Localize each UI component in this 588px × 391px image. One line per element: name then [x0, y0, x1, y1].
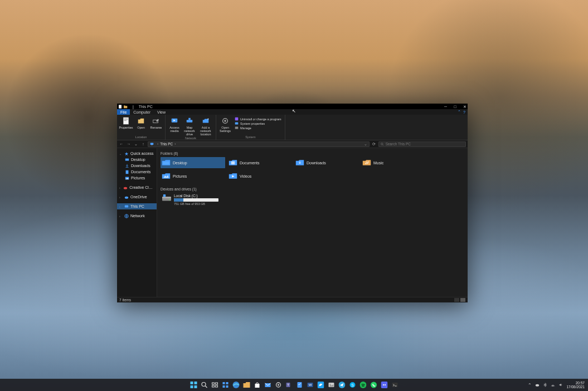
taskbar-discord[interactable]: [380, 380, 388, 389]
taskbar-mail[interactable]: [263, 380, 272, 389]
view-tiles-button[interactable]: [460, 298, 465, 302]
sidebar-creativecloud[interactable]: › Creative Cloud Files: [117, 184, 157, 190]
folder-downloads[interactable]: Downloads: [294, 157, 359, 168]
content-pane[interactable]: Folders (6) Desktop Documents Downloads …: [157, 148, 468, 297]
minimize-button[interactable]: ─: [444, 105, 448, 109]
address-bar[interactable]: › This PC › ⌄: [148, 141, 370, 147]
tray-bluetooth-icon[interactable]: [543, 383, 547, 387]
taskbar-spotify[interactable]: [358, 380, 367, 389]
taskbar-word[interactable]: W: [305, 380, 314, 389]
ribbon-map-drive[interactable]: Map network drive: [183, 116, 196, 136]
drives-section-header[interactable]: Devices and drives (1): [161, 186, 464, 193]
nav-recent-dropdown[interactable]: ⌄: [133, 141, 139, 147]
svg-text:S: S: [351, 383, 354, 387]
folder-pictures[interactable]: Pictures: [161, 170, 225, 182]
ribbon-properties[interactable]: Properties: [119, 116, 133, 135]
address-dropdown-icon[interactable]: ⌄: [364, 142, 367, 146]
tab-file[interactable]: File: [117, 109, 130, 115]
ribbon-add-location[interactable]: + Add a network location: [198, 116, 213, 136]
ribbon-open[interactable]: Open: [134, 116, 148, 135]
folder-desktop[interactable]: Desktop: [161, 157, 225, 168]
taskbar-explorer[interactable]: [242, 380, 251, 389]
nav-back-button[interactable]: ←: [119, 141, 124, 147]
taskbar-skype[interactable]: S: [348, 380, 357, 389]
nav-forward-button[interactable]: →: [126, 141, 132, 147]
sidebar-item-desktop[interactable]: Desktop: [117, 157, 157, 163]
separator: |: [133, 105, 134, 109]
tab-computer[interactable]: Computer: [130, 109, 154, 115]
search-box[interactable]: [378, 141, 466, 147]
tray-onedrive-icon[interactable]: [535, 383, 540, 387]
tray-overflow-icon[interactable]: ⌃: [528, 383, 532, 388]
ribbon-open-settings[interactable]: Open Settings: [218, 116, 232, 135]
taskbar-telegram[interactable]: [337, 380, 346, 389]
ribbon-sysprops[interactable]: System properties: [235, 121, 281, 125]
mapdrive-icon: [186, 117, 193, 125]
tab-view[interactable]: View: [154, 109, 169, 115]
view-details-button[interactable]: [454, 298, 459, 302]
qat-file-icon[interactable]: [118, 105, 122, 109]
search-input[interactable]: [386, 142, 464, 146]
taskbar-photos[interactable]: [327, 380, 336, 389]
taskbar-todo[interactable]: [295, 380, 304, 389]
taskbar-start[interactable]: [189, 380, 198, 389]
videos-folder-icon: [229, 172, 237, 180]
ribbon-group-network: Access media Map network drive + Add a n…: [166, 115, 216, 140]
sidebar-network[interactable]: › Network: [117, 213, 157, 219]
taskbar-edge[interactable]: [231, 380, 240, 389]
svg-rect-38: [162, 197, 171, 198]
ribbon-rename[interactable]: Rename: [149, 116, 163, 135]
help-icon[interactable]: ?: [463, 110, 465, 114]
refresh-button[interactable]: ⟳: [371, 141, 377, 147]
sidebar-item-documents[interactable]: Documents: [117, 169, 157, 175]
breadcrumb-thispc[interactable]: This PC: [160, 142, 173, 146]
svg-rect-11: [188, 118, 191, 120]
taskbar-widgets[interactable]: [221, 380, 230, 389]
svg-rect-18: [150, 143, 154, 145]
address-bar-row: ← → ⌄ ↑ › This PC › ⌄ ⟳: [117, 140, 468, 148]
svg-rect-32: [231, 162, 235, 165]
taskbar-search[interactable]: [200, 380, 208, 389]
taskbar-terminal[interactable]: [390, 380, 399, 389]
taskbar-settings[interactable]: [274, 380, 283, 389]
svg-rect-10: [187, 120, 193, 122]
drive-local-c[interactable]: Local Disk (C:) 751 GB free of 953 GB: [161, 193, 225, 207]
collapse-ribbon-icon[interactable]: ⌃: [458, 110, 461, 114]
taskbar: T W S ⌃ 20:57 17/08/2021: [0, 379, 588, 391]
taskbar-clock[interactable]: 20:57 17/08/2021: [566, 381, 585, 389]
star-icon: [124, 151, 129, 156]
qat-folder-icon[interactable]: [124, 105, 128, 109]
sidebar-thispc[interactable]: › This PC: [117, 203, 157, 209]
sidebar-onedrive[interactable]: › OneDrive: [117, 194, 157, 200]
folder-documents[interactable]: Documents: [227, 157, 292, 168]
ribbon-manage[interactable]: Manage: [235, 126, 281, 130]
taskbar-teams[interactable]: T: [284, 380, 293, 389]
ribbon-uninstall[interactable]: Uninstall or change a program: [235, 117, 281, 121]
taskbar-apps: T W S: [189, 380, 399, 389]
svg-rect-51: [222, 382, 225, 384]
svg-text:+: +: [207, 117, 209, 120]
status-item-count: 7 items: [119, 298, 131, 302]
folder-music[interactable]: Music: [361, 157, 426, 168]
svg-rect-48: [215, 383, 217, 384]
folder-videos[interactable]: Videos: [227, 170, 292, 182]
taskbar-taskview[interactable]: [210, 380, 219, 389]
tray-volume-icon[interactable]: [558, 383, 563, 387]
drive-icon: [162, 194, 172, 203]
folders-section-header[interactable]: Folders (6): [161, 150, 464, 157]
sidebar-item-downloads[interactable]: Downloads: [117, 163, 157, 169]
maximize-button[interactable]: □: [453, 105, 457, 109]
tray-network-icon[interactable]: [551, 383, 555, 387]
close-button[interactable]: ✕: [463, 105, 466, 109]
sidebar-quickaccess[interactable]: ⌄ Quick access: [117, 150, 157, 157]
taskbar-whatsapp[interactable]: [369, 380, 378, 389]
svg-rect-62: [297, 382, 302, 388]
taskbar-twitter[interactable]: [316, 380, 325, 389]
svg-rect-40: [163, 194, 166, 197]
titlebar[interactable]: | This PC ─ □ ✕: [117, 104, 468, 109]
nav-up-button[interactable]: ↑: [140, 141, 146, 147]
taskbar-store[interactable]: [252, 380, 261, 389]
sidebar-item-pictures[interactable]: Pictures: [117, 175, 157, 181]
svg-point-59: [278, 384, 279, 386]
ribbon-access-media[interactable]: Access media: [168, 116, 181, 136]
